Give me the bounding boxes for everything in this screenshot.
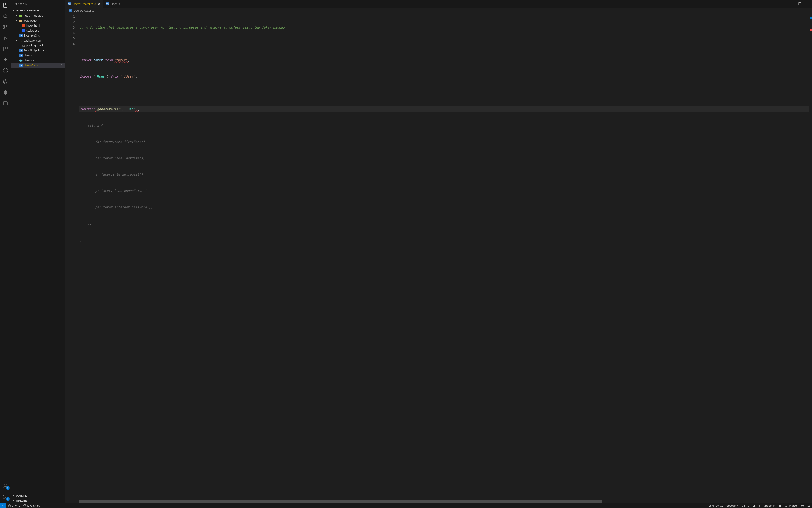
react-icon — [19, 58, 23, 62]
thunder-icon — [3, 57, 8, 62]
remote-icon — [2, 504, 5, 507]
tree-item-label: TypeScriptError.ts — [24, 49, 47, 52]
tree-item-user-tsx[interactable]: User.tsx — [11, 58, 65, 63]
activity-bar: 1 1 — [0, 0, 11, 503]
chevron-right-icon — [12, 499, 15, 502]
split-icon — [798, 2, 802, 6]
tab-label: UsersCreator.ts — [73, 2, 93, 6]
tree-item-label: UsersCreat... — [24, 64, 41, 67]
tab-problem-badge: 3 — [94, 2, 96, 5]
tabs: TSUsersCreator.ts3TSUser.ts — [65, 0, 795, 8]
outline-label: Outline — [16, 495, 27, 497]
tree-item-package-lock-[interactable]: package-lock.... — [11, 43, 65, 48]
tab-userscreator-ts[interactable]: TSUsersCreator.ts3 — [65, 0, 104, 8]
tree-item-label: web-page — [24, 19, 37, 22]
error-count: 3 — [12, 504, 13, 507]
ts-icon: TS — [69, 9, 72, 12]
svg-rect-5 — [6, 47, 7, 49]
svg-point-11 — [21, 60, 21, 61]
tree-item-styles-css[interactable]: styles.css — [11, 28, 65, 33]
layout-icon — [3, 101, 8, 106]
tree-item-user-ts[interactable]: TSUser.ts — [11, 53, 65, 58]
status-prettier[interactable]: Prettier — [783, 503, 799, 508]
activity-remote[interactable] — [0, 65, 11, 76]
svg-point-0 — [4, 14, 7, 18]
status-problems[interactable]: 3 0 — [6, 503, 22, 508]
search-icon — [3, 13, 8, 19]
code-content[interactable]: // A function that generates a dummy use… — [79, 13, 809, 500]
ts-icon: TS — [68, 2, 71, 5]
tree-item-label: Example3.ts — [24, 34, 40, 37]
live-share-icon — [23, 504, 26, 507]
tab-label: User.ts — [111, 2, 120, 6]
status-eol[interactable]: LF — [751, 503, 757, 508]
activity-debug[interactable] — [0, 33, 11, 44]
remote-share-icon — [3, 68, 8, 74]
activity-source-control[interactable] — [0, 22, 11, 33]
sidebar-more-icon[interactable]: ⋯ — [60, 2, 63, 5]
breadcrumb-file: UsersCreator.ts — [74, 9, 94, 12]
error-icon — [8, 504, 11, 507]
activity-settings[interactable]: 1 — [0, 491, 11, 502]
broadcast-icon — [801, 504, 804, 507]
status-cursor[interactable]: Ln 6, Col 10 — [707, 503, 725, 508]
ts-icon: TS — [19, 34, 23, 37]
project-name: MyFirstExample — [16, 9, 39, 12]
github-icon — [3, 79, 8, 84]
tree-item-label: User.tsx — [24, 59, 34, 62]
tree-item-typescripterror-ts[interactable]: TSTypeScriptError.ts — [11, 48, 65, 53]
status-encoding[interactable]: UTF-8 — [740, 503, 751, 508]
timeline-section-header[interactable]: Timeline — [11, 498, 65, 503]
account-badge: 1 — [6, 486, 9, 490]
activity-copilot[interactable] — [0, 87, 11, 98]
status-language[interactable]: { } TypeScript — [757, 503, 777, 508]
activity-github[interactable] — [0, 76, 11, 87]
status-feedback[interactable] — [799, 503, 806, 508]
editor-area: TSUsersCreator.ts3TSUser.ts ⋯ TS UsersCr… — [65, 0, 812, 503]
status-remote[interactable] — [0, 503, 6, 508]
nodemod-icon — [19, 13, 23, 17]
scrollbar-thumb[interactable] — [79, 500, 602, 503]
tab-user-ts[interactable]: TSUser.ts — [104, 0, 122, 8]
files-icon — [3, 3, 8, 8]
activity-panel[interactable] — [0, 98, 11, 109]
tree-item-label: User.ts — [24, 54, 33, 57]
activity-thunder[interactable] — [0, 54, 11, 65]
tree-item-index-html[interactable]: index.html — [11, 23, 65, 28]
twistie-icon — [14, 39, 18, 42]
activity-search[interactable] — [0, 11, 11, 22]
extensions-icon — [3, 46, 8, 52]
tree-item-package-json[interactable]: package.json — [11, 38, 65, 43]
status-copilot[interactable] — [777, 503, 783, 508]
activity-account[interactable]: 1 — [0, 480, 11, 491]
activity-explorer[interactable] — [0, 0, 11, 11]
overview-ruler[interactable] — [809, 13, 812, 500]
code-comment: // A function that generates a dummy use… — [80, 26, 284, 29]
outline-section-header[interactable]: Outline — [11, 493, 65, 498]
close-icon — [98, 2, 101, 5]
branch-icon — [3, 25, 8, 30]
more-actions-button[interactable]: ⋯ — [804, 1, 810, 7]
tree-item-node-modules[interactable]: node_modules — [11, 13, 65, 18]
ts-icon: TS — [106, 2, 109, 5]
tree-item-userscreat-[interactable]: TSUsersCreat...3 — [11, 63, 65, 68]
explorer-sidebar: Explorer ⋯ MyFirstExample node_moduleswe… — [11, 0, 65, 503]
svg-rect-6 — [3, 49, 5, 51]
breadcrumbs[interactable]: TS UsersCreator.ts — [65, 8, 812, 13]
activity-extensions[interactable] — [0, 44, 11, 54]
project-section-header[interactable]: MyFirstExample — [11, 8, 65, 13]
problem-badge: 3 — [61, 64, 63, 67]
horizontal-scrollbar[interactable] — [65, 500, 812, 503]
tree-item-label: styles.css — [26, 29, 39, 32]
tree-item-example3-ts[interactable]: TSExample3.ts — [11, 33, 65, 38]
status-spaces[interactable]: Spaces: 4 — [725, 503, 740, 508]
close-tab-button[interactable] — [98, 2, 101, 6]
status-live-share[interactable]: Live Share — [22, 503, 42, 508]
editor-body[interactable]: 123456 // A function that generates a du… — [65, 13, 812, 500]
json-lock-icon — [22, 44, 26, 47]
tree-item-web-page[interactable]: web-page — [11, 18, 65, 23]
status-bell[interactable] — [806, 503, 812, 508]
split-editor-button[interactable] — [797, 1, 803, 7]
svg-point-3 — [6, 26, 7, 27]
play-bug-icon — [3, 35, 8, 41]
